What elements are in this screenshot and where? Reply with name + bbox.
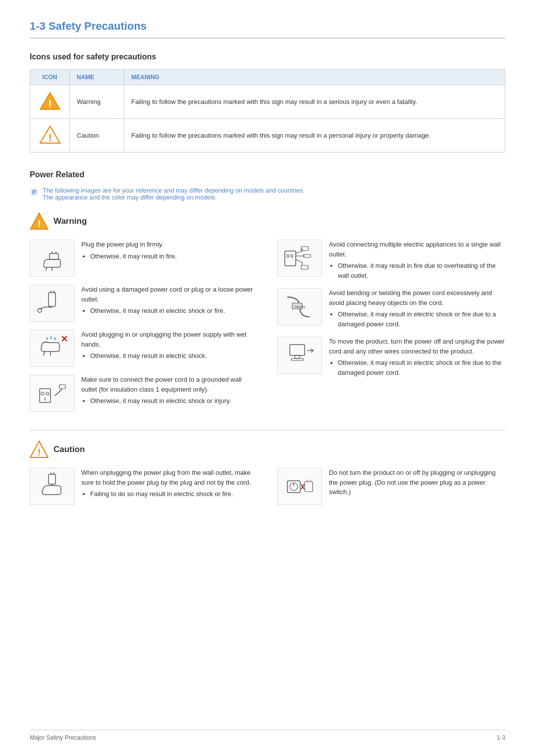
warning-triangle-icon: ! [39,91,61,111]
precautions-table: ICON NAME MEANING ! Warning Failing to f… [30,69,505,152]
svg-point-28 [287,254,289,257]
caution-label: Caution [54,445,85,454]
caution-name-cell: Caution [70,119,124,152]
warning-right-col: Avoid connecting multiple electric appli… [268,240,505,420]
svg-rect-6 [32,192,36,193]
warning-img-2 [30,285,74,322]
warning-right-item-2: heavy Avoid bending or twisting the powe… [277,288,505,329]
section-divider [30,430,505,430]
caution-heading: ! Caution [30,440,505,459]
note-icon [30,188,39,197]
warning-right-text-1: Avoid connecting multiple electric appli… [329,240,505,280]
warning-img-3 [30,330,74,367]
warning-item-2: Avoid using a damaged power cord or plug… [30,285,258,322]
warning-heading: ! Warning [30,212,505,231]
warning-label: Warning [54,216,87,226]
warning-item-1: Plug the power plug in firmly. Otherwise… [30,240,258,277]
caution-item-1: When unplugging the power plug from the … [30,468,258,505]
icons-section: Icons used for safety precautions ICON N… [30,52,505,152]
svg-point-19 [54,337,56,340]
warning-icon-cell: ! [30,85,70,119]
svg-rect-36 [295,355,300,358]
caution-section: ! Caution [30,440,505,513]
svg-point-29 [291,254,293,257]
warning-name-cell: Warning [70,85,124,119]
svg-text:heavy: heavy [295,304,305,309]
warning-right-img-3 [277,337,322,374]
caution-triangle-icon: ! [39,125,61,145]
warning-img-4 [30,375,74,412]
icons-section-title: Icons used for safety precautions [30,52,505,61]
svg-rect-37 [291,358,303,360]
svg-text:!: ! [48,98,52,110]
caution-right-img-1 [277,468,322,505]
warning-text-4: Make sure to connect the power cord to a… [81,375,258,406]
caution-left-col: When unplugging the power plug from the … [30,468,268,513]
warning-right-img-2: heavy [277,288,322,325]
svg-point-17 [46,337,48,340]
svg-point-24 [46,392,49,395]
page-title: 1-3 Safety Precautions [30,20,505,39]
col-header-name: NAME [70,70,124,85]
warning-text-1: Plug the power plug in firmly. Otherwise… [81,240,258,261]
power-related-title: Power Related [30,170,505,179]
note-box: The following images are for your refere… [30,187,505,201]
warning-right-img-1 [277,240,322,277]
svg-rect-40 [49,474,55,484]
svg-rect-31 [304,254,311,257]
warning-right-text-3: To move the product, turn the power off … [329,337,505,377]
footer-left-text: Major Safety Precautions [30,734,96,741]
table-row-caution: ! Caution Failing to follow the precauti… [30,119,505,152]
svg-rect-47 [305,482,313,492]
col-header-icon: ICON [30,70,70,85]
caution-right-text-1: Do not turn the product on or off by plu… [329,468,505,499]
caution-items-grid: When unplugging the power plug from the … [30,468,505,513]
svg-rect-27 [285,251,296,266]
svg-rect-32 [301,265,308,269]
caution-img-1 [30,468,74,505]
caution-right-item-1: Do not turn the product on or off by plu… [277,468,505,505]
svg-rect-5 [32,190,36,191]
warning-items-grid: Plug the power plug in firmly. Otherwise… [30,240,505,420]
warning-text-2: Avoid using a damaged power cord or plug… [81,285,258,316]
svg-text:!: ! [38,218,41,229]
warning-meaning-cell: Failing to follow the precautions marked… [124,85,505,119]
warning-text-3: Avoid plugging in or unplugging the powe… [81,330,258,361]
caution-text-1: When unplugging the power plug from the … [81,468,258,499]
warning-img-1 [30,240,74,277]
svg-rect-7 [32,193,35,194]
note-text: The following images are for your refere… [43,187,305,201]
warning-item-3: Avoid plugging in or unplugging the powe… [30,330,258,367]
power-related-section: Power Related The following images are f… [30,170,505,513]
svg-point-23 [41,392,44,395]
svg-rect-35 [290,345,305,355]
svg-text:!: ! [38,448,41,457]
footer-right-text: 1-3 [497,734,505,741]
svg-rect-13 [49,293,55,306]
caution-meaning-cell: Failing to follow the precautions marked… [124,119,505,152]
warning-left-col: Plug the power plug in firmly. Otherwise… [30,240,268,420]
svg-rect-26 [59,385,65,389]
col-header-meaning: MEANING [124,70,505,85]
warning-right-text-2: Avoid bending or twisting the power cord… [329,288,505,329]
caution-right-col: Do not turn the product on or off by plu… [268,468,505,513]
svg-text:!: ! [48,132,52,143]
caution-big-icon: ! [30,440,49,459]
warning-right-item-3: To move the product, turn the power off … [277,337,505,377]
warning-right-item-1: Avoid connecting multiple electric appli… [277,240,505,280]
page-footer: Major Safety Precautions 1-3 [30,730,505,741]
svg-rect-10 [50,253,58,259]
warning-big-icon: ! [30,212,49,231]
caution-icon-cell: ! [30,119,70,152]
svg-point-18 [50,336,52,339]
warning-item-4: Make sure to connect the power cord to a… [30,375,258,412]
table-row-warning: ! Warning Failing to follow the precauti… [30,85,505,119]
